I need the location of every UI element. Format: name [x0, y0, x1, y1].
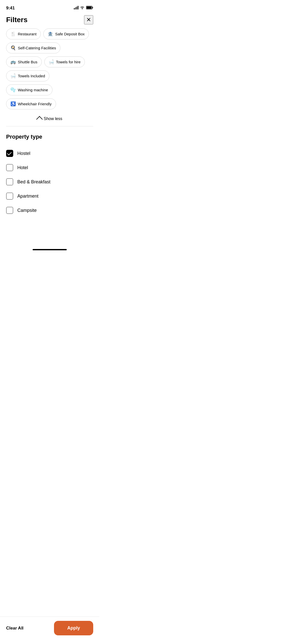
chip-washing-machine[interactable]: 🫧 Washing machine — [6, 84, 52, 95]
page-header: Filters ✕ — [0, 13, 99, 28]
page-title: Filters — [6, 16, 28, 24]
svg-rect-3 — [78, 6, 78, 9]
property-type-section: Property type Hostel Hotel Bed & Breakfa… — [0, 126, 99, 217]
chips-row-3: 🚌 Shuttle Bus 🛁 Towels for hire — [6, 56, 93, 67]
checkbox-hostel[interactable] — [6, 150, 13, 157]
svg-rect-6 — [92, 7, 93, 8]
chip-restaurant-label: Restaurant — [18, 32, 36, 36]
svg-rect-2 — [76, 7, 77, 9]
chip-towels-included-label: Towels Included — [18, 74, 45, 78]
show-less-button[interactable]: Show less — [0, 109, 99, 126]
checkbox-item-campsite[interactable]: Campsite — [6, 203, 93, 217]
checkbox-apartment[interactable] — [6, 193, 13, 200]
self-catering-icon: 🍳 — [10, 45, 16, 51]
status-time: 9:41 — [6, 6, 15, 11]
shuttle-bus-icon: 🚌 — [10, 59, 16, 65]
checkbox-item-apartment[interactable]: Apartment — [6, 189, 93, 203]
chips-row-1: 🍴 Restaurant 🏦 Safe Deposit Box — [6, 28, 93, 39]
checkbox-item-bed-breakfast[interactable]: Bed & Breakfast — [6, 175, 93, 189]
chip-wheelchair-label: Wheelchair Friendly — [18, 102, 52, 106]
chips-row-5: 🫧 Washing machine — [6, 84, 93, 95]
chip-safe-deposit-label: Safe Deposit Box — [55, 32, 85, 36]
chip-washing-machine-label: Washing machine — [18, 88, 48, 92]
chevron-up-icon — [36, 116, 43, 122]
chip-towels-included[interactable]: 🛁 Towels Included — [6, 70, 49, 81]
checkbox-bed-breakfast[interactable] — [6, 178, 13, 185]
checkbox-campsite[interactable] — [6, 207, 13, 214]
battery-icon — [86, 6, 93, 10]
show-less-label: Show less — [44, 116, 62, 121]
chip-shuttle-bus-label: Shuttle Bus — [18, 60, 37, 64]
svg-point-4 — [82, 8, 83, 9]
chip-self-catering[interactable]: 🍳 Self-Catering Facilities — [6, 42, 60, 53]
property-type-title: Property type — [6, 134, 93, 140]
chip-restaurant[interactable]: 🍴 Restaurant — [6, 28, 41, 39]
svg-rect-1 — [75, 7, 76, 9]
status-icons — [74, 6, 93, 10]
bottom-spacer — [0, 217, 99, 248]
chip-safe-deposit[interactable]: 🏦 Safe Deposit Box — [43, 28, 89, 39]
checkbox-hotel-label: Hotel — [17, 165, 28, 170]
chip-self-catering-label: Self-Catering Facilities — [18, 46, 56, 50]
chip-towels-hire[interactable]: 🛁 Towels for hire — [44, 56, 85, 67]
washing-machine-icon: 🫧 — [10, 87, 16, 93]
towels-hire-icon: 🛁 — [49, 59, 54, 65]
amenity-chips: 🍴 Restaurant 🏦 Safe Deposit Box 🍳 Self-C… — [0, 28, 99, 109]
checkbox-bed-breakfast-label: Bed & Breakfast — [17, 179, 50, 185]
status-bar: 9:41 — [0, 0, 99, 13]
wheelchair-icon: ♿ — [10, 101, 16, 107]
wifi-icon — [80, 6, 85, 10]
restaurant-icon: 🍴 — [10, 31, 16, 37]
chips-row-4: 🛁 Towels Included — [6, 70, 93, 81]
signal-icon — [74, 6, 78, 10]
checkbox-item-hotel[interactable]: Hotel — [6, 160, 93, 175]
chips-row-6: ♿ Wheelchair Friendly — [6, 98, 93, 109]
chips-row-2: 🍳 Self-Catering Facilities — [6, 42, 93, 53]
chip-wheelchair[interactable]: ♿ Wheelchair Friendly — [6, 98, 56, 109]
close-icon: ✕ — [86, 17, 91, 23]
chip-towels-hire-label: Towels for hire — [56, 60, 81, 64]
safe-deposit-icon: 🏦 — [48, 31, 53, 37]
checkbox-apartment-label: Apartment — [17, 194, 38, 199]
checkbox-hotel[interactable] — [6, 164, 13, 171]
checkbox-hostel-label: Hostel — [17, 151, 30, 156]
close-button[interactable]: ✕ — [84, 15, 93, 24]
home-indicator — [0, 249, 99, 252]
svg-rect-7 — [87, 7, 92, 9]
svg-rect-0 — [74, 8, 75, 9]
checkbox-campsite-label: Campsite — [17, 208, 37, 213]
checkbox-item-hostel[interactable]: Hostel — [6, 146, 93, 160]
home-bar — [33, 249, 67, 250]
towels-included-icon: 🛁 — [10, 73, 16, 79]
chip-shuttle-bus[interactable]: 🚌 Shuttle Bus — [6, 56, 42, 67]
